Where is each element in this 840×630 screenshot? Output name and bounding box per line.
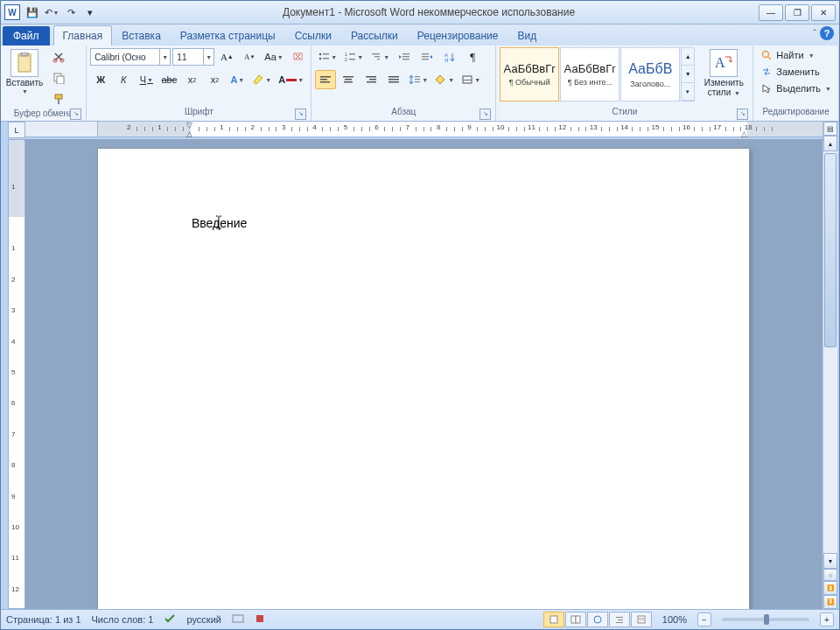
tab-review[interactable]: Рецензирование bbox=[408, 25, 508, 46]
italic-button[interactable]: К bbox=[113, 70, 134, 89]
horizontal-ruler[interactable]: ▽ △ △ 21123456789101112131415161718 bbox=[97, 122, 823, 137]
style-normal[interactable]: АаБбВвГг¶ Обычный bbox=[500, 47, 559, 102]
align-right-button[interactable] bbox=[360, 70, 382, 89]
zoom-slider-thumb[interactable] bbox=[764, 614, 769, 625]
zoom-out-button[interactable]: − bbox=[697, 612, 711, 626]
redo-button[interactable]: ↷ bbox=[62, 4, 80, 21]
align-left-button[interactable] bbox=[315, 70, 336, 89]
scroll-up-button[interactable]: ▲ bbox=[823, 136, 837, 151]
ruler-toggle-button[interactable]: ▤ bbox=[823, 122, 837, 136]
show-marks-button[interactable]: ¶ bbox=[462, 47, 483, 66]
clear-formatting-button[interactable] bbox=[288, 47, 309, 66]
group-label-font: Шрифт↘ bbox=[90, 107, 307, 121]
insert-mode-icon[interactable] bbox=[232, 613, 244, 626]
change-styles-button[interactable]: A Изменитьстили ▼ bbox=[698, 47, 749, 100]
tab-selector[interactable]: L bbox=[8, 122, 25, 138]
paragraph-dialog-launcher[interactable]: ↘ bbox=[480, 108, 491, 120]
fullscreen-reading-view-button[interactable] bbox=[565, 612, 586, 627]
file-tab[interactable]: Файл bbox=[3, 26, 50, 46]
scroll-thumb[interactable] bbox=[824, 153, 836, 347]
align-center-button[interactable] bbox=[338, 70, 359, 89]
replace-button[interactable]: Заменить bbox=[757, 64, 835, 80]
word-app-icon[interactable]: W bbox=[4, 4, 20, 20]
outline-view-button[interactable] bbox=[609, 612, 630, 627]
tab-mailings[interactable]: Рассылки bbox=[341, 25, 408, 46]
browse-object-button[interactable]: ○ bbox=[823, 569, 837, 581]
numbering-button[interactable]: 12▼ bbox=[341, 47, 366, 66]
draft-view-button[interactable] bbox=[631, 612, 652, 627]
save-button[interactable]: 💾 bbox=[24, 4, 41, 21]
copy-button[interactable] bbox=[48, 68, 69, 88]
document-text[interactable]: Введение bbox=[192, 216, 247, 230]
print-layout-view-button[interactable] bbox=[543, 612, 564, 627]
tab-view[interactable]: Вид bbox=[508, 25, 546, 46]
styles-gallery-expand[interactable]: ▲▼▾ bbox=[681, 47, 695, 102]
minimize-button[interactable]: — bbox=[759, 4, 783, 21]
multilevel-list-button[interactable]: ▼ bbox=[368, 47, 392, 66]
status-word-count[interactable]: Число слов: 1 bbox=[92, 614, 154, 625]
borders-button[interactable]: ▼ bbox=[458, 70, 483, 89]
font-dialog-launcher[interactable]: ↘ bbox=[295, 108, 306, 120]
status-language[interactable]: русский bbox=[186, 614, 220, 625]
vertical-ruler[interactable]: 1123456789101112 bbox=[8, 139, 25, 609]
document-area[interactable]: Введение bbox=[25, 139, 823, 609]
close-button[interactable]: ✕ bbox=[811, 4, 836, 21]
help-button[interactable]: ? bbox=[820, 26, 834, 40]
tab-page-layout[interactable]: Разметка страницы bbox=[171, 25, 285, 46]
clipboard-dialog-launcher[interactable]: ↘ bbox=[70, 108, 81, 120]
qat-customize-button[interactable]: ▾ bbox=[81, 4, 99, 21]
subscript-button[interactable]: x2 bbox=[181, 70, 202, 89]
cursor-icon bbox=[760, 82, 773, 94]
font-color-button[interactable]: A▼ bbox=[276, 70, 306, 89]
paste-button[interactable]: Вставить ▼ bbox=[4, 47, 45, 96]
spellcheck-icon[interactable] bbox=[164, 612, 176, 626]
svg-rect-0 bbox=[18, 54, 31, 72]
cut-button[interactable] bbox=[48, 47, 69, 66]
ribbon-minimize-button[interactable]: ˆ bbox=[813, 28, 816, 38]
superscript-button[interactable]: x2 bbox=[204, 70, 225, 89]
grow-font-button[interactable]: A▲ bbox=[216, 47, 237, 66]
select-button[interactable]: Выделить▼ bbox=[757, 80, 835, 96]
sort-button[interactable]: AЯ bbox=[439, 47, 460, 66]
line-spacing-button[interactable]: ▼ bbox=[406, 70, 430, 89]
change-case-button[interactable]: Aa▼ bbox=[262, 47, 285, 66]
style-heading1[interactable]: АаБбВЗаголово... bbox=[620, 47, 680, 102]
next-page-button[interactable]: ⏬ bbox=[823, 595, 837, 609]
scroll-down-button[interactable]: ▼ bbox=[823, 553, 837, 569]
find-button[interactable]: Найти▼ bbox=[757, 47, 835, 63]
vertical-scrollbar[interactable]: ▤ ▲ ▼ ○ ⏫ ⏬ bbox=[822, 122, 837, 609]
bold-button[interactable]: Ж bbox=[90, 70, 111, 89]
justify-button[interactable] bbox=[383, 70, 404, 89]
svg-rect-48 bbox=[256, 615, 263, 622]
status-page[interactable]: Страница: 1 из 1 bbox=[6, 614, 81, 625]
tab-references[interactable]: Ссылки bbox=[285, 25, 341, 46]
style-no-spacing[interactable]: АаБбВвГг¶ Без инте... bbox=[560, 47, 620, 102]
strikethrough-button[interactable]: abc bbox=[158, 70, 179, 89]
zoom-in-button[interactable]: + bbox=[820, 612, 834, 626]
first-line-indent-marker[interactable]: ▽ bbox=[186, 122, 192, 130]
macro-record-icon[interactable] bbox=[255, 613, 265, 626]
prev-page-button[interactable]: ⏫ bbox=[823, 581, 837, 595]
hanging-indent-marker[interactable]: △ bbox=[186, 130, 192, 138]
maximize-button[interactable]: ❐ bbox=[785, 4, 809, 21]
scroll-track[interactable] bbox=[823, 151, 837, 553]
undo-button[interactable]: ↶▼ bbox=[43, 4, 60, 21]
web-layout-view-button[interactable] bbox=[587, 612, 608, 627]
bullets-button[interactable]: ▼ bbox=[315, 47, 340, 66]
tab-home[interactable]: Главная bbox=[53, 25, 113, 46]
shrink-font-button[interactable]: A▼ bbox=[239, 47, 260, 66]
styles-dialog-launcher[interactable]: ↘ bbox=[737, 108, 748, 120]
decrease-indent-button[interactable] bbox=[394, 47, 415, 66]
shading-button[interactable]: ▼ bbox=[432, 70, 457, 89]
increase-indent-button[interactable] bbox=[416, 47, 438, 66]
page[interactable]: Введение bbox=[97, 148, 750, 609]
format-painter-button[interactable] bbox=[48, 89, 69, 108]
text-effects-button[interactable]: A▼ bbox=[227, 70, 248, 89]
highlight-button[interactable]: ▼ bbox=[249, 70, 274, 89]
underline-button[interactable]: Ч▼ bbox=[136, 70, 157, 89]
font-name-combo[interactable]: Calibri (Осно▼ bbox=[90, 48, 171, 66]
font-size-combo[interactable]: 11▼ bbox=[172, 48, 214, 66]
zoom-slider[interactable] bbox=[722, 618, 809, 621]
zoom-level[interactable]: 100% bbox=[662, 614, 687, 625]
tab-insert[interactable]: Вставка bbox=[112, 25, 171, 46]
